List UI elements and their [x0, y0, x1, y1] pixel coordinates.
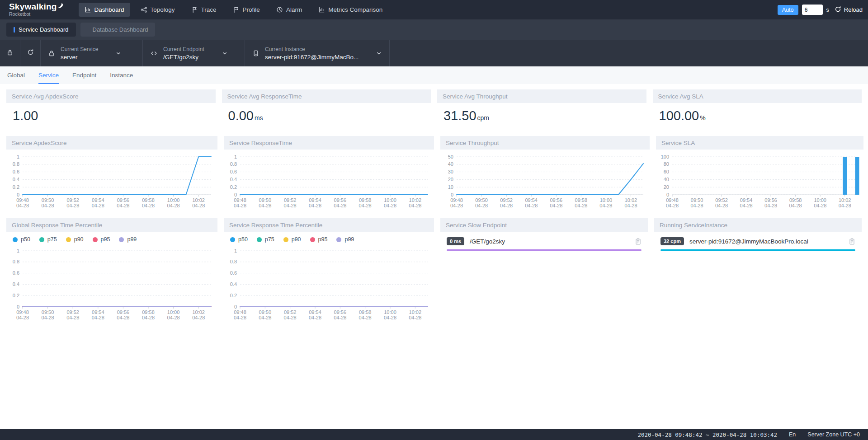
legend-item-p95[interactable]: p95 [93, 236, 110, 243]
nav-item-profile[interactable]: Profile [227, 3, 266, 17]
card-header: Service ResponseTime [224, 136, 434, 150]
svg-text:60: 60 [664, 169, 669, 174]
card-title: Global Response Time Percentile [12, 222, 102, 229]
lock-button[interactable] [0, 40, 20, 66]
legend-label: p90 [74, 236, 84, 243]
tab-instance[interactable]: Instance [110, 66, 133, 84]
card-header: Service SLA [656, 136, 863, 150]
legend-item-p95[interactable]: p95 [310, 236, 328, 243]
tab-service[interactable]: Service [38, 66, 59, 84]
svg-text:20: 20 [664, 184, 669, 190]
svg-text:04-28: 04-28 [259, 315, 271, 320]
svg-text:40: 40 [448, 161, 453, 167]
svg-text:04-28: 04-28 [92, 203, 104, 208]
svg-text:10:02: 10:02 [192, 197, 205, 203]
instance-progress-bar [660, 249, 855, 251]
slow-endpoint-card: Service Slow Endpoint 0 ms /GET/go2sky [440, 218, 648, 251]
card-title: Service Avg ApdexScore [12, 93, 79, 100]
tab-endpoint[interactable]: Endpoint [72, 66, 96, 84]
svg-text:10:00: 10:00 [814, 197, 826, 203]
card-header: Service ApdexScore [6, 136, 217, 150]
svg-text:04-28: 04-28 [66, 203, 79, 208]
chart-canvas-service-percentile: 00.20.40.60.8109:4804-2809:5004-2809:520… [224, 243, 434, 324]
nav-item-topology[interactable]: Topology [135, 3, 181, 17]
legend-label: p95 [318, 236, 328, 243]
svg-text:09:58: 09:58 [575, 197, 588, 203]
legend-item-p90[interactable]: p90 [66, 236, 84, 243]
selector-current-endpoint[interactable]: Current Endpoint/GET/go2sky [143, 40, 245, 66]
card-title: Service Throughput [446, 140, 499, 146]
svg-text:04-28: 04-28 [409, 315, 421, 320]
refresh-controls: Auto s Reload [778, 5, 863, 15]
legend-dot [13, 237, 18, 242]
legend-item-p99[interactable]: p99 [119, 236, 137, 243]
card-header: Service Avg ApdexScore [6, 89, 216, 103]
dashboard-tab-label: Database Dashboard [93, 26, 148, 33]
legend-item-p75[interactable]: p75 [39, 236, 57, 243]
svg-text:04-28: 04-28 [475, 203, 488, 208]
dashboard-tab-database-dashboard[interactable]: Database Dashboard [80, 23, 156, 37]
legend-item-p50[interactable]: p50 [230, 236, 248, 243]
nav-item-label: Trace [201, 6, 217, 13]
app-logo[interactable]: Skywalking Rocketbot [9, 3, 63, 17]
refresh-interval-input[interactable] [802, 5, 823, 15]
time-range-selector[interactable]: 2020-04-28 09:48:42 ~ 2020-04-28 10:03:4… [637, 431, 777, 438]
legend-item-p50[interactable]: p50 [13, 236, 30, 243]
topology-icon [141, 6, 147, 13]
nav-item-alarm[interactable]: Alarm [270, 3, 308, 17]
cpm-badge: 32 cpm [660, 237, 684, 245]
nav-item-dashboard[interactable]: Dashboard [79, 3, 130, 17]
code-icon [150, 50, 158, 57]
chart-icon [85, 6, 91, 13]
alarm-icon [276, 6, 283, 13]
legend-item-p90[interactable]: p90 [283, 236, 301, 243]
metric-unit: ms [255, 114, 263, 122]
svg-text:10: 10 [448, 184, 453, 190]
svg-text:0.8: 0.8 [13, 161, 19, 167]
reload-button[interactable]: Reload [835, 6, 863, 14]
svg-text:04-28: 04-28 [550, 203, 562, 208]
svg-text:04-28: 04-28 [92, 315, 104, 320]
copy-icon[interactable] [635, 238, 642, 245]
endpoint-progress-bar [447, 249, 642, 251]
view-tabs: GlobalServiceEndpointInstance [0, 66, 868, 84]
charts-row: Service ApdexScore00.20.40.60.8109:4804-… [6, 136, 862, 212]
card-header: Running ServiceInstance [654, 218, 862, 232]
svg-text:09:54: 09:54 [92, 309, 104, 315]
svg-text:0: 0 [17, 304, 19, 309]
language-toggle[interactable]: En [789, 431, 796, 438]
server-zone-label: Server Zone UTC +0 [807, 431, 860, 438]
svg-text:04-28: 04-28 [16, 315, 29, 320]
copy-icon[interactable] [849, 238, 855, 245]
running-instance-card: Running ServiceInstance 32 cpm server-pi… [654, 218, 862, 251]
svg-text:09:48: 09:48 [450, 197, 463, 203]
svg-text:04-28: 04-28 [525, 203, 538, 208]
refresh-selectors-button[interactable] [20, 40, 40, 66]
svg-text:04-28: 04-28 [16, 203, 29, 208]
legend-item-p75[interactable]: p75 [257, 236, 274, 243]
svg-text:04-28: 04-28 [284, 315, 297, 320]
nav-item-trace[interactable]: Trace [185, 3, 222, 17]
auto-refresh-button[interactable]: Auto [778, 5, 798, 15]
legend-item-p99[interactable]: p99 [336, 236, 354, 243]
nav-item-metrics-comparison[interactable]: Metrics Comparison [312, 3, 388, 17]
svg-text:0.4: 0.4 [13, 177, 19, 182]
svg-text:04-28: 04-28 [167, 203, 180, 208]
dashboard-tab-service-dashboard[interactable]: Service Dashboard [6, 23, 76, 37]
svg-text:09:48: 09:48 [16, 197, 29, 203]
tab-global[interactable]: Global [7, 66, 25, 84]
svg-text:09:52: 09:52 [66, 197, 79, 203]
metric-card-0: Service Avg ApdexScore1.00 [6, 89, 216, 130]
svg-text:09:54: 09:54 [92, 197, 104, 203]
legend-dot [66, 237, 71, 242]
card-title: Service ApdexScore [12, 140, 67, 146]
selector-current-instance[interactable]: Current Instanceserver-pid:91672@JimmyMa… [245, 40, 389, 66]
selector-toolbar: Current ServiceserverCurrent Endpoint/GE… [0, 40, 868, 66]
svg-text:09:50: 09:50 [475, 197, 488, 203]
svg-text:0: 0 [234, 304, 237, 309]
svg-text:09:52: 09:52 [284, 309, 297, 315]
lock-icon [6, 49, 14, 58]
selector-current-service[interactable]: Current Serviceserver [41, 40, 142, 66]
instance-entry: 32 cpm server-pid:91672@JimmyMacBookPro.… [654, 232, 862, 251]
svg-text:04-28: 04-28 [384, 203, 396, 208]
